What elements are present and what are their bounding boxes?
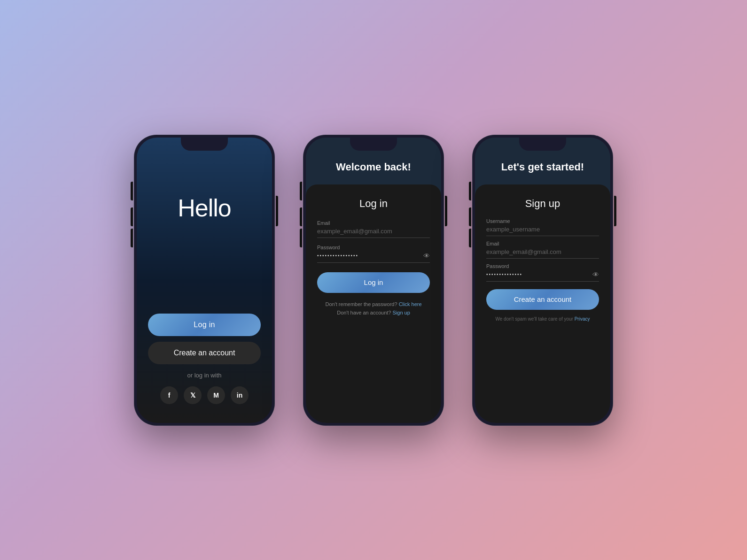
login-submit-button[interactable]: Log in [317,272,430,293]
welcome-title: Welcome back! [315,161,432,173]
form-links: Don't remember the password? Click here … [317,301,430,315]
started-title: Let's get started! [484,161,601,173]
password-label: Password [317,245,430,250]
password-field-group: Password •••••••••••••••• 👁 [317,245,430,263]
email-input[interactable] [317,228,430,235]
signup-password-label: Password [486,263,599,269]
phone1-actions: Log in Create an account or log in with … [148,314,261,404]
username-label: Username [486,218,599,224]
twitter-icon[interactable]: 𝕏 [184,386,202,404]
email-label: Email [317,220,430,226]
username-field-group: Username [486,218,599,236]
email-input-row [317,228,430,238]
username-input-row [486,226,599,236]
signup-password-field-group: Password •••••••••••••• 👁 [486,263,599,282]
phone-hello: Hello Log in Create an account or log in… [134,135,275,426]
email-field-group: Email [317,220,430,238]
signup-password-dots: •••••••••••••• [486,272,592,277]
login-header: Welcome back! [306,138,441,184]
password-dots: •••••••••••••••• [317,253,423,258]
signup-email-label: Email [486,241,599,246]
login-form: Log in Email Password •••••••••••••••• 👁… [306,184,441,423]
gmail-icon[interactable]: M [207,386,225,404]
signup-password-input-row: •••••••••••••• 👁 [486,271,599,282]
username-input[interactable] [486,226,599,233]
signup-email-input-row [486,248,599,259]
signup-email-input[interactable] [486,248,599,255]
password-input-row: •••••••••••••••• 👁 [317,252,430,263]
form-title: Log in [317,198,430,210]
signup-form-title: Sign up [486,198,599,210]
privacy-notice: We don't spam we'll take care of your Pr… [486,316,599,322]
forgot-password-text: Don't remember the password? Click here [325,301,421,307]
phone-login: Welcome back! Log in Email Password ••••… [303,135,444,426]
create-account-submit-button[interactable]: Create an account [486,289,599,310]
privacy-link[interactable]: Privacy [575,316,590,322]
eye-icon[interactable]: 👁 [423,252,430,260]
linkedin-icon[interactable]: in [231,386,249,404]
or-text: or log in with [187,372,222,379]
forgot-password-link[interactable]: Click here [399,301,422,307]
create-account-button[interactable]: Create an account [148,342,261,364]
signup-link[interactable]: Sign up [393,310,410,315]
facebook-icon[interactable]: f [160,386,178,404]
signup-email-field-group: Email [486,241,599,259]
login-button[interactable]: Log in [148,314,261,336]
hello-title: Hello [178,194,231,222]
social-login-options: f 𝕏 M in [160,386,249,404]
no-account-text: Don't have an account? Sign up [337,310,410,315]
signup-form: Sign up Username Email Password ••••••••… [475,184,610,423]
signup-eye-icon[interactable]: 👁 [592,271,599,278]
signup-header: Let's get started! [475,138,610,184]
phone-signup: Let's get started! Sign up Username Emai… [472,135,613,426]
